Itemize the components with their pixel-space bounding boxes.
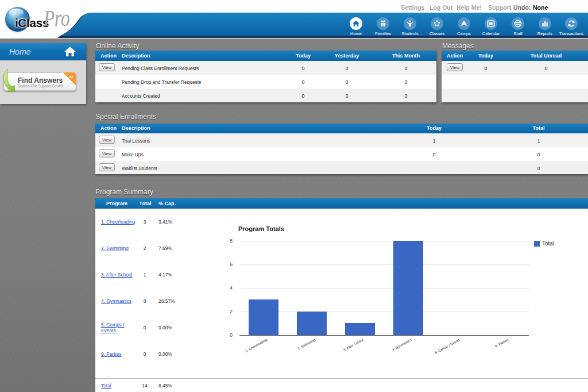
svg-text:32: 32 xyxy=(69,75,74,79)
